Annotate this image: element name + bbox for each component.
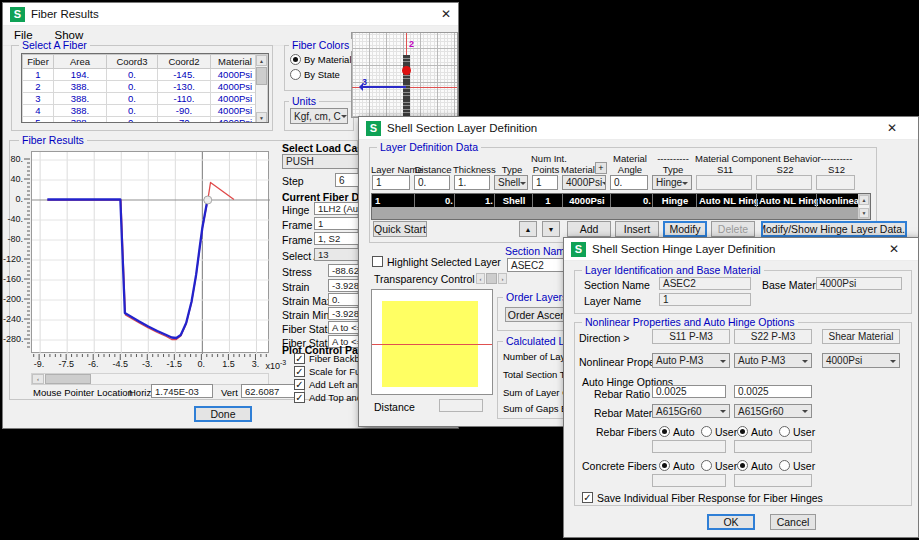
fiber-table[interactable]: FiberAreaCoord3Coord2Material1194.0.-145… <box>21 53 269 123</box>
shell-window-titlebar[interactable]: S Shell Section Layer Definition ✕ <box>359 117 918 140</box>
material-dropdown[interactable]: 4000Psi <box>562 175 606 190</box>
column-header: Type <box>493 164 531 175</box>
done-button[interactable]: Done <box>194 406 252 422</box>
modify-show-hinge-button[interactable]: Modify/Show Hinge Layer Data... <box>761 221 907 237</box>
type-dropdown[interactable]: Shell <box>494 175 528 190</box>
column-header: Distance <box>413 164 453 175</box>
fiber-results-label: Fiber Results <box>19 134 87 146</box>
rebar-ratio-s22-field[interactable]: 0.0025 <box>734 385 812 398</box>
rebar-ratio-s11-field[interactable]: 0.0025 <box>652 385 726 398</box>
concrete-fibers-s11-user-radio[interactable] <box>701 460 712 471</box>
column-header: Points <box>531 164 561 175</box>
plot-option-checkbox[interactable]: ✓ <box>294 366 305 377</box>
concrete-fibers-s22-user-radio[interactable] <box>779 460 790 471</box>
fiber-table-row[interactable]: 4388.0.-90.4000Psi <box>23 105 260 117</box>
fiber-table-header[interactable]: Area <box>54 55 107 69</box>
layer-table-scrollbar[interactable]: ▲▼ <box>858 194 870 219</box>
num-int-points-input[interactable]: 1 <box>532 175 558 190</box>
rebar-fibers-s22-user-radio[interactable] <box>779 426 790 437</box>
rebar-material-s22-dropdown[interactable]: A615Gr60 <box>734 404 812 418</box>
y-tick-label: -240. <box>3 314 23 324</box>
thickness-input[interactable]: 1. <box>454 175 490 190</box>
move-layer-up-button[interactable]: ▲ <box>519 221 537 237</box>
section-preview[interactable]: 23 <box>351 32 458 118</box>
cell-divider <box>494 194 495 207</box>
by-state-label[interactable]: By State <box>304 69 340 80</box>
fiber-table-scrollbar[interactable]: ▲▼ <box>255 54 268 123</box>
concrete-fibers-s11-auto-radio[interactable] <box>659 460 670 471</box>
fiber-table-header[interactable]: Material <box>211 55 260 69</box>
scroll-up-icon[interactable]: ▲ <box>256 55 267 66</box>
scrollbar-thumb[interactable] <box>256 67 267 85</box>
transparency-right-icon[interactable]: › <box>498 273 507 284</box>
fiber-table-row[interactable]: 5388.0.-70.4000Psi <box>23 117 260 124</box>
hinge-window-titlebar[interactable]: S Shell Section Hinge Layer Definition ✕ <box>564 238 918 261</box>
cancel-button[interactable]: Cancel <box>770 514 816 530</box>
transparency-slider[interactable] <box>486 273 497 284</box>
by-state-radio[interactable] <box>290 69 301 80</box>
highlight-layer-checkbox[interactable] <box>372 256 383 267</box>
rebar-fibers-s11-auto-radio[interactable] <box>659 426 670 437</box>
fiber-table-row[interactable]: 2388.0.-130.4000Psi <box>23 81 260 93</box>
x-tick-label: -6. <box>78 359 108 369</box>
ok-button[interactable]: OK <box>707 514 755 530</box>
insert-button[interactable]: Insert <box>615 221 659 237</box>
fiber-window-titlebar[interactable]: S Fiber Results ✕ <box>3 3 458 26</box>
cell-divider <box>816 194 817 207</box>
y-tick-label: -200. <box>3 294 23 304</box>
close-icon[interactable]: ✕ <box>889 242 899 256</box>
shear-material-dropdown[interactable]: 4000Psi <box>822 353 900 368</box>
rebar-fibers-s11-user-radio[interactable] <box>701 426 712 437</box>
close-icon[interactable]: ✕ <box>441 7 451 21</box>
concrete-fibers-s22-auto-radio[interactable] <box>737 460 748 471</box>
fiber-table-header[interactable]: Coord3 <box>107 55 158 69</box>
nonlinear-s22-dropdown[interactable]: Auto P-M3 <box>734 353 812 368</box>
direction-s22-box: S22 P-M3 <box>734 329 812 344</box>
by-material-radio[interactable] <box>290 54 301 65</box>
scroll-down-icon[interactable]: ▼ <box>859 208 869 218</box>
fiber-table-row[interactable]: 1194.0.-145.4000Psi <box>23 69 260 81</box>
fiber-table-header[interactable]: Fiber <box>23 55 54 69</box>
concrete-fibers-label: Concrete Fibers <box>582 460 657 472</box>
fiber-table-header[interactable]: Coord2 <box>158 55 211 69</box>
distance-input[interactable]: 0. <box>414 175 450 190</box>
units-dropdown[interactable]: Kgf, cm, C <box>290 108 348 124</box>
x-axis-ticks <box>31 354 269 360</box>
layer-table[interactable]: 10.1.Shell14000Psi0.HingeAuto NL HingeAu… <box>371 193 871 220</box>
column-header: ---------- <box>651 153 695 164</box>
fiber-table-row[interactable]: 3388.0.-110.4000Psi <box>23 93 260 105</box>
move-layer-down-button[interactable]: ▼ <box>542 221 560 237</box>
add-material-button[interactable]: + <box>595 162 607 174</box>
layer-identification-label: Layer Identification and Base Material <box>582 264 764 276</box>
units-label: Units <box>289 95 319 107</box>
layer-name-input[interactable]: 1 <box>372 175 410 190</box>
plot-h-scrollbar[interactable]: ‹ <box>31 373 269 385</box>
transparency-label: Transparency Control <box>374 273 475 285</box>
material-angle-input[interactable]: 0. <box>610 175 648 190</box>
scroll-down-icon[interactable]: ▼ <box>256 112 267 123</box>
plot-option-checkbox[interactable]: ✓ <box>294 379 305 390</box>
save-fiber-response-checkbox[interactable]: ✓ <box>582 492 593 503</box>
axis-2-line <box>406 33 407 55</box>
scroll-left-icon[interactable]: ‹ <box>32 374 44 384</box>
scrollbar-thumb[interactable] <box>45 374 91 384</box>
layer-table-selected-row[interactable]: 10.1.Shell14000Psi0.HingeAuto NL HingeAu… <box>372 194 859 207</box>
plot-option-checkbox[interactable]: ✓ <box>294 353 305 364</box>
rebar-fibers-s11-field <box>652 440 726 453</box>
modify-button[interactable]: Modify <box>663 221 707 237</box>
hinge-type-dropdown[interactable]: Hinge <box>652 175 692 190</box>
transparency-left-icon[interactable]: ‹ <box>476 273 485 284</box>
selected-fiber-dot[interactable] <box>402 66 411 75</box>
rebar-fibers-s22-auto-radio[interactable] <box>737 426 748 437</box>
fiber-results-chart[interactable] <box>32 152 270 354</box>
fiber-colors-group <box>284 45 354 91</box>
quick-start-button[interactable]: Quick Start <box>373 221 427 237</box>
layer-table-cell: Auto NL Hinge <box>756 195 818 206</box>
add-button[interactable]: Add <box>567 221 611 237</box>
close-icon[interactable]: ✕ <box>887 121 897 135</box>
scroll-up-icon[interactable]: ▲ <box>859 195 869 205</box>
plot-option-checkbox[interactable]: ✓ <box>294 392 305 403</box>
nonlinear-s11-dropdown[interactable]: Auto P-M3 <box>652 353 730 368</box>
by-material-label[interactable]: By Material <box>304 54 352 65</box>
rebar-material-s11-dropdown[interactable]: A615Gr60 <box>652 404 730 418</box>
